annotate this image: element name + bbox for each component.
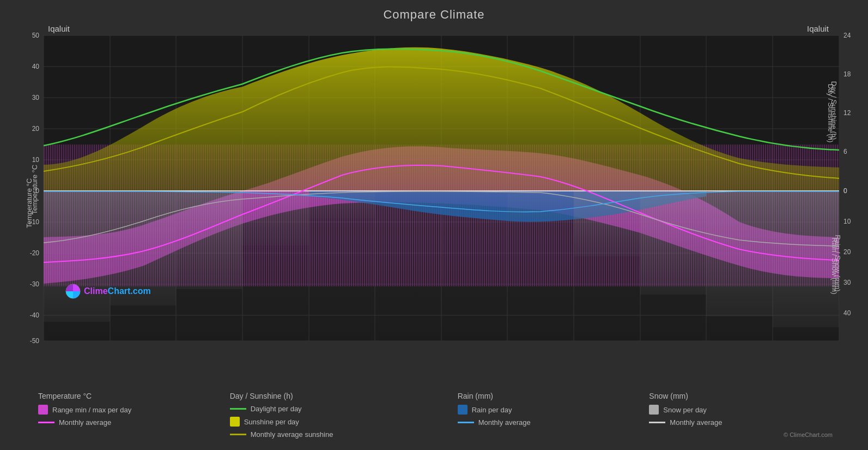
- legend-rain-avg: Monthly average: [458, 418, 639, 427]
- legend-line-temp-avg: [38, 422, 54, 423]
- svg-text:20: 20: [32, 125, 40, 133]
- svg-rect-41: [773, 191, 839, 327]
- svg-rect-32: [176, 191, 242, 289]
- left-axis-title: Temperature °C: [31, 165, 39, 214]
- legend-line-sunshine-avg: [230, 434, 246, 435]
- svg-rect-34: [309, 191, 375, 218]
- svg-text:40: 40: [32, 63, 40, 70]
- legend-temp-range: Range min / max per day: [38, 405, 219, 415]
- legend-sunshine-avg: Monthly average sunshine: [230, 430, 447, 439]
- legend-sunshine-bar: Sunshine per day: [230, 417, 447, 427]
- right-axis-labels-bottom: 0 10 20 30 40: [843, 187, 851, 317]
- legend-label-rain-avg: Monthly average: [478, 418, 531, 427]
- svg-text:10: 10: [32, 156, 40, 164]
- legend-sunshine-title: Day / Sunshine (h): [230, 392, 447, 400]
- chart-area: Temperature °C Day / Sunshine (h) Rain /…: [0, 30, 868, 346]
- legend-snow-title: Snow (mm): [649, 392, 830, 400]
- svg-text:50: 50: [32, 32, 40, 39]
- svg-text:24: 24: [843, 32, 851, 39]
- legend-temperature: Temperature °C Range min / max per day M…: [33, 388, 224, 442]
- svg-text:30: 30: [32, 94, 40, 101]
- right-axis-title-bottom: Rain / Snow (mm): [830, 237, 838, 294]
- legend-temp-avg: Monthly average: [38, 418, 219, 427]
- legend-line-daylight: [230, 408, 246, 410]
- legend-label-rain: Rain per day: [472, 406, 512, 414]
- svg-text:30: 30: [843, 279, 851, 286]
- logo-text-bottom: ClimeChart.com: [84, 286, 151, 296]
- main-chart-svg: 50 40 30 20 10 0 -10 -20 -30 -40 -50 24 …: [0, 30, 868, 346]
- page-container: Compare Climate Iqaluit Iqaluit ClimeCha…: [0, 0, 868, 450]
- logo-icon-bottom: [65, 284, 81, 299]
- page-title: Compare Climate: [0, 0, 868, 22]
- svg-rect-37: [507, 191, 574, 218]
- legend-rain: Rain (mm) Rain per day Monthly average: [452, 388, 644, 442]
- svg-rect-39: [640, 191, 706, 295]
- right-axis-title-top: Day / Sunshine (h): [827, 84, 835, 143]
- legend-label-sunshine-avg: Monthly average sunshine: [251, 430, 333, 439]
- svg-text:20: 20: [843, 248, 851, 256]
- legend-line-rain-avg: [458, 422, 474, 423]
- svg-text:10: 10: [843, 218, 851, 225]
- svg-text:6: 6: [843, 148, 847, 155]
- svg-rect-36: [441, 191, 507, 207]
- legend-label-sunshine: Sunshine per day: [244, 418, 299, 426]
- logo-bottom-left: ClimeChart.com: [65, 284, 151, 299]
- legend-rain-title: Rain (mm): [458, 392, 639, 400]
- copyright: © ClimeChart.com: [784, 431, 833, 438]
- legend-swatch-sunshine: [230, 417, 240, 427]
- svg-text:18: 18: [843, 70, 851, 78]
- svg-text:-20: -20: [30, 249, 40, 257]
- svg-text:-40: -40: [30, 311, 40, 319]
- legend-line-snow-avg: [649, 422, 665, 423]
- legend-swatch-snow: [649, 405, 659, 415]
- legend-temp-title: Temperature °C: [38, 392, 219, 400]
- svg-text:0: 0: [843, 187, 847, 195]
- legend-snow-avg: Monthly average: [649, 418, 830, 427]
- legend-swatch-rain: [458, 405, 468, 415]
- legend-label-temp-avg: Monthly average: [59, 418, 111, 427]
- svg-rect-33: [242, 191, 309, 245]
- svg-text:-30: -30: [30, 280, 40, 288]
- legend-label-snow: Snow per day: [663, 406, 707, 414]
- legend-snow-bar: Snow per day: [649, 405, 830, 415]
- svg-text:-50: -50: [30, 337, 40, 345]
- svg-rect-38: [574, 191, 640, 256]
- right-axis-labels-top: 24 18 12 6 0: [843, 32, 851, 195]
- legend-area: Temperature °C Range min / max per day M…: [33, 388, 835, 442]
- legend-label-daylight: Daylight per day: [251, 405, 302, 413]
- legend-daylight: Daylight per day: [230, 405, 447, 413]
- svg-text:40: 40: [843, 309, 851, 317]
- legend-sunshine: Day / Sunshine (h) Daylight per day Suns…: [224, 388, 452, 442]
- legend-rain-bar: Rain per day: [458, 405, 639, 415]
- legend-swatch-temp-range: [38, 405, 48, 415]
- svg-text:12: 12: [843, 109, 851, 117]
- legend-label-temp-range: Range min / max per day: [52, 406, 131, 414]
- svg-rect-30: [44, 191, 110, 322]
- legend-label-snow-avg: Monthly average: [670, 418, 722, 427]
